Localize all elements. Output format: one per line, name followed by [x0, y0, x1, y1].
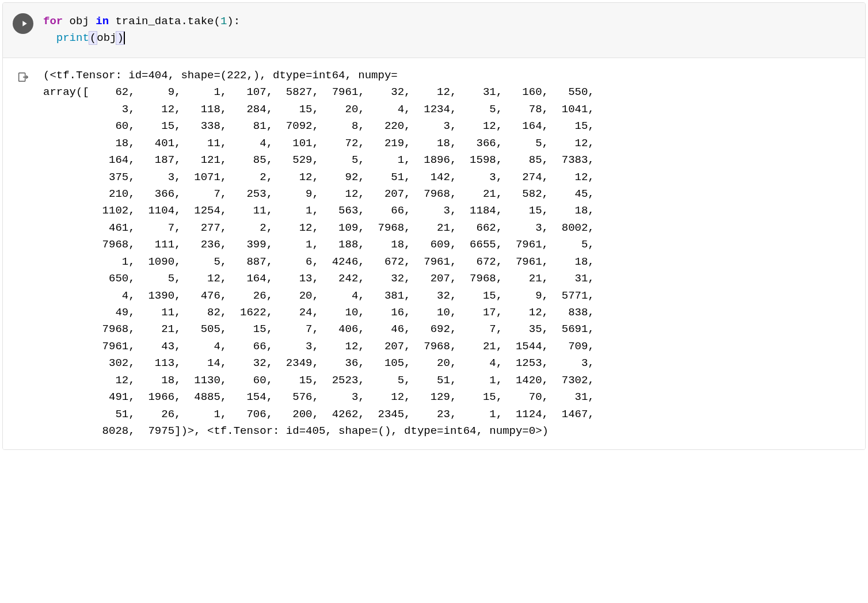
output-gutter	[3, 67, 43, 440]
code-indent	[43, 32, 56, 44]
text-cursor	[124, 32, 125, 45]
keyword-for: for	[43, 15, 63, 28]
code-line-2: print(obj)	[43, 30, 858, 47]
code-editor[interactable]: for obj in train_data.take(1): print(obj…	[43, 3, 865, 58]
code-line-1: for obj in train_data.take(1):	[43, 13, 858, 30]
code-text: train_data.take(	[109, 15, 220, 28]
run-cell-button[interactable]	[13, 13, 33, 34]
code-text: obj	[63, 15, 96, 28]
open-paren: (	[89, 31, 97, 45]
code-text: ):	[227, 15, 240, 28]
notebook-cell: for obj in train_data.take(1): print(obj…	[2, 2, 866, 450]
play-icon	[20, 19, 29, 28]
output-text[interactable]: (<tf.Tensor: id=404, shape=(222,), dtype…	[43, 67, 858, 440]
cell-output-area: (<tf.Tensor: id=404, shape=(222,), dtype…	[3, 58, 865, 449]
cell-input-area: for obj in train_data.take(1): print(obj…	[3, 3, 865, 58]
output-expand-button[interactable]	[17, 71, 29, 87]
function-name: print	[56, 32, 89, 44]
code-arg: obj	[97, 32, 116, 44]
number-literal: 1	[220, 15, 227, 28]
output-arrow-icon	[17, 71, 29, 83]
keyword-in: in	[96, 15, 109, 28]
run-button-gutter	[3, 3, 43, 58]
